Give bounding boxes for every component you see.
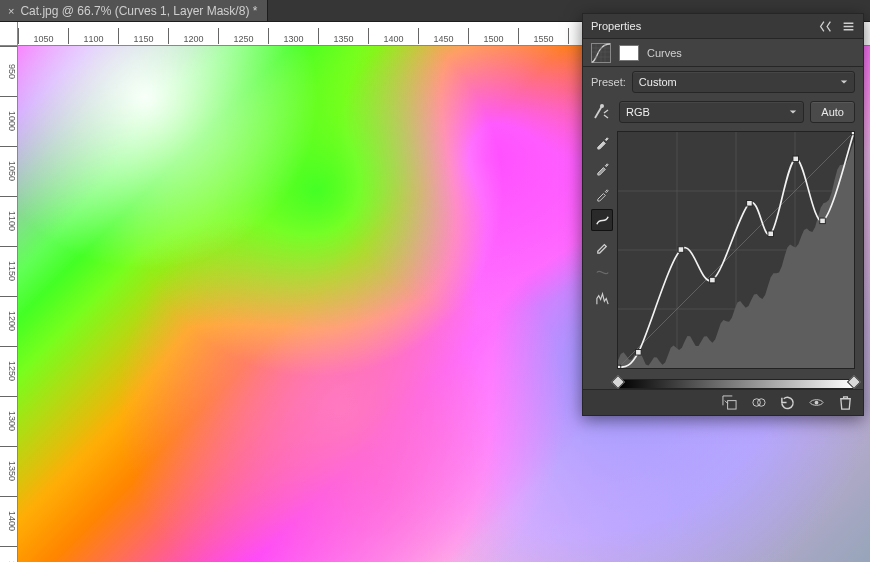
eyedropper-white-icon[interactable] xyxy=(591,183,613,205)
clip-to-layer-icon[interactable] xyxy=(722,395,737,410)
adjustment-heading: Curves xyxy=(583,39,863,67)
panel-tab-properties[interactable]: Properties xyxy=(591,20,641,32)
curve-point[interactable] xyxy=(793,156,799,162)
channel-value: RGB xyxy=(626,106,650,118)
close-icon[interactable]: × xyxy=(8,5,14,17)
trash-icon[interactable] xyxy=(838,395,853,410)
preset-label: Preset: xyxy=(591,76,626,88)
curves-toolbar xyxy=(591,131,613,369)
curve-point[interactable] xyxy=(636,349,642,355)
curve-point[interactable] xyxy=(768,231,774,237)
curves-icon xyxy=(591,43,611,63)
preset-dropdown[interactable]: Custom xyxy=(632,71,855,93)
collapse-icon[interactable] xyxy=(819,20,832,33)
chevron-down-icon xyxy=(789,108,797,116)
document-tab[interactable]: × Cat.jpg @ 66.7% (Curves 1, Layer Mask/… xyxy=(0,0,268,21)
curve-point[interactable] xyxy=(618,365,621,368)
panel-footer xyxy=(583,389,863,415)
properties-panel: Properties Curves Preset: Custom RGB xyxy=(582,13,864,416)
clip-histogram-icon[interactable] xyxy=(591,287,613,309)
ruler-corner xyxy=(0,22,18,46)
white-point-handle[interactable] xyxy=(847,375,861,389)
curves-graph[interactable] xyxy=(617,131,855,369)
layer-mask-thumbnail[interactable] xyxy=(619,45,639,61)
preset-value: Custom xyxy=(639,76,677,88)
eyedropper-gray-icon[interactable] xyxy=(591,157,613,179)
pencil-tool-icon[interactable] xyxy=(591,235,613,257)
svg-rect-9 xyxy=(728,401,736,409)
curve-point-tool-icon[interactable] xyxy=(591,209,613,231)
document-title: Cat.jpg @ 66.7% (Curves 1, Layer Mask/8)… xyxy=(20,4,257,18)
curve-point[interactable] xyxy=(747,200,753,206)
svg-point-12 xyxy=(815,401,819,405)
svg-point-11 xyxy=(758,399,766,407)
input-gradient[interactable] xyxy=(617,379,855,389)
panel-menu-icon[interactable] xyxy=(842,20,855,33)
svg-point-1 xyxy=(600,104,604,108)
channel-dropdown[interactable]: RGB xyxy=(619,101,804,123)
adjustment-name: Curves xyxy=(647,47,682,59)
panel-header: Properties xyxy=(583,14,863,39)
black-point-handle[interactable] xyxy=(611,375,625,389)
view-previous-icon[interactable] xyxy=(751,395,766,410)
auto-button[interactable]: Auto xyxy=(810,101,855,123)
chevron-down-icon xyxy=(840,78,848,86)
eyedropper-black-icon[interactable] xyxy=(591,131,613,153)
curve-point[interactable] xyxy=(851,132,854,135)
reset-icon[interactable] xyxy=(780,395,795,410)
curve-point[interactable] xyxy=(678,247,684,253)
visibility-icon[interactable] xyxy=(809,395,824,410)
smooth-tool-icon xyxy=(591,261,613,283)
curve-point[interactable] xyxy=(820,218,826,224)
curve-point[interactable] xyxy=(710,277,716,283)
ruler-vertical[interactable]: 9501000105011001150120012501300135014001… xyxy=(0,46,18,562)
targeted-adjustment-icon[interactable] xyxy=(591,103,613,121)
